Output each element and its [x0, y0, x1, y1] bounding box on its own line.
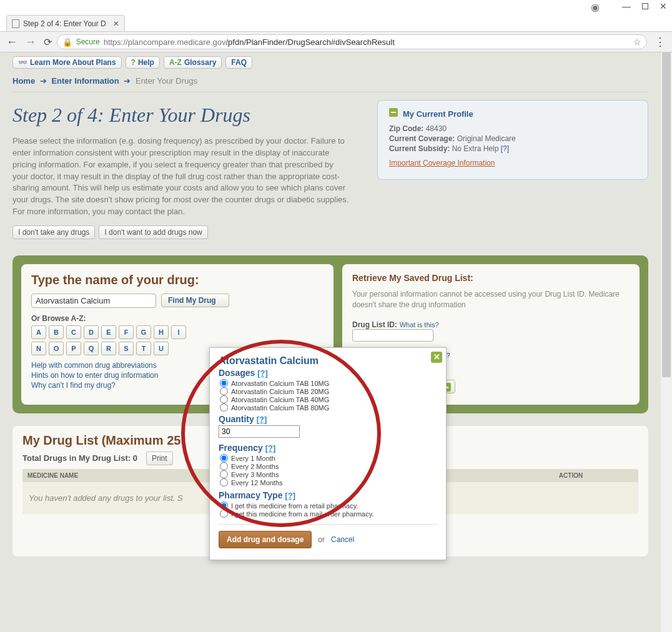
drug-list-id-label: Drug List ID: — [352, 320, 397, 329]
drug-name-input[interactable] — [31, 294, 156, 308]
no-drugs-button[interactable]: I don't take any drugs — [12, 225, 95, 239]
profile-heading: My Current Profile — [403, 109, 473, 119]
browser-menu-icon[interactable]: ⋮ — [652, 35, 668, 49]
az-letter-a[interactable]: A — [31, 325, 46, 339]
quantity-heading: Quantity — [219, 414, 254, 424]
account-icon[interactable]: ◉ — [591, 1, 600, 13]
az-letter-o[interactable]: O — [49, 342, 64, 355]
print-button[interactable]: Print — [146, 452, 173, 465]
url-text: https://plancompare.medicare.gov/pfdn/Pl… — [104, 37, 395, 47]
az-letter-c[interactable]: C — [66, 325, 81, 339]
az-letter-f[interactable]: F — [119, 325, 134, 339]
frequency-help-icon[interactable]: [?] — [265, 443, 276, 453]
drug-search-heading: Type the name of your drug: — [31, 273, 324, 287]
az-letter-q[interactable]: Q — [84, 342, 99, 355]
az-letter-s[interactable]: S — [119, 342, 134, 355]
quantity-input[interactable] — [219, 425, 300, 438]
frequency-option[interactable]: Every 12 Months — [220, 478, 437, 486]
frequency-radio[interactable] — [220, 470, 228, 478]
breadcrumb-current: Enter Your Drugs — [136, 76, 197, 86]
az-letter-p[interactable]: P — [66, 342, 81, 355]
dosage-option[interactable]: Atorvastatin Calcium TAB 80MG — [220, 403, 437, 412]
browser-tab[interactable]: Step 2 of 4: Enter Your D ✕ — [6, 15, 125, 31]
drug-list-id-input[interactable] — [352, 329, 433, 342]
vertical-scrollbar[interactable] — [661, 52, 672, 632]
find-my-drug-button[interactable]: Find My Drug — [161, 294, 229, 307]
nav-glossary[interactable]: A-ZGlossary — [164, 56, 222, 69]
minimize-icon[interactable]: — — [622, 1, 631, 11]
az-letter-e[interactable]: E — [101, 325, 116, 339]
frequency-radio[interactable] — [220, 462, 228, 470]
dosage-radio[interactable] — [220, 395, 228, 403]
az-letter-r[interactable]: R — [101, 342, 116, 355]
browse-az-label: Or Browse A-Z: — [31, 314, 324, 323]
page-title: Step 2 of 4: Enter Your Drugs — [12, 100, 362, 136]
page-icon — [12, 19, 19, 28]
my-profile-panel: My Current Profile Zip Code: 48430 Curre… — [377, 100, 648, 180]
frequency-radio[interactable] — [220, 478, 228, 486]
az-letter-b[interactable]: B — [49, 325, 64, 339]
drug-dosage-dialog: ✕ Atorvastatin Calcium Dosages [?] Atorv… — [209, 347, 447, 560]
address-bar[interactable]: 🔒 Secure https://plancompare.medicare.go… — [57, 34, 647, 49]
cancel-link[interactable]: Cancel — [331, 535, 354, 544]
nav-learn-more[interactable]: 👓Learn More About Plans — [12, 56, 122, 69]
az-letter-n[interactable]: N — [31, 342, 46, 355]
dosage-option[interactable]: Atorvastatin Calcium TAB 20MG — [220, 387, 437, 395]
breadcrumb-enter-info[interactable]: Enter Information — [51, 76, 119, 86]
dosages-help-icon[interactable]: [?] — [257, 368, 268, 378]
breadcrumb: Home ➔ Enter Information ➔ Enter Your Dr… — [12, 71, 648, 92]
dosage-radio[interactable] — [220, 387, 228, 395]
frequency-radio[interactable] — [220, 454, 228, 462]
back-icon[interactable]: ← — [6, 36, 17, 48]
dosages-heading: Dosages — [219, 368, 255, 378]
az-letter-h[interactable]: H — [154, 325, 169, 339]
close-window-icon[interactable]: ✕ — [660, 1, 667, 11]
az-letter-i[interactable]: I — [171, 325, 186, 339]
dosage-option[interactable]: Atorvastatin Calcium TAB 10MG — [220, 379, 437, 387]
nav-help[interactable]: ?Help — [126, 56, 160, 69]
close-dialog-icon[interactable]: ✕ — [431, 352, 442, 363]
important-coverage-link[interactable]: Important Coverage Information — [389, 159, 495, 167]
frequency-option[interactable]: Every 3 Months — [220, 470, 437, 478]
col-action: ACTION — [508, 472, 633, 479]
add-drug-button[interactable]: Add drug and dosage — [219, 531, 312, 548]
pharmacy-option[interactable]: I get this medicine from a mail order ph… — [220, 510, 437, 518]
frequency-option[interactable]: Every 1 Month — [220, 454, 437, 462]
breadcrumb-home[interactable]: Home — [12, 76, 35, 86]
az-letter-u[interactable]: U — [154, 342, 169, 355]
subsidy-help-icon[interactable]: [?] — [501, 144, 509, 153]
nav-faq[interactable]: FAQ — [225, 56, 252, 69]
intro-text: Please select the information (e.g. dosi… — [12, 136, 350, 218]
dosage-radio[interactable] — [220, 379, 228, 387]
pharmacy-radio[interactable] — [220, 501, 228, 510]
subsidy-value: No Extra Help — [452, 144, 499, 153]
total-drugs-label: Total Drugs in My Drug List: 0 — [22, 453, 137, 463]
maximize-icon[interactable] — [642, 3, 648, 9]
retrieve-desc: Your personal information cannot be acce… — [352, 289, 630, 311]
pharmacy-option[interactable]: I get this medicine from a retail pharma… — [220, 501, 437, 510]
bookmark-star-icon[interactable]: ☆ — [633, 37, 641, 47]
frequency-option[interactable]: Every 2 Months — [220, 462, 437, 470]
dosage-radio[interactable] — [220, 403, 228, 412]
frequency-heading: Frequency — [219, 443, 263, 453]
skip-drugs-button[interactable]: I don't want to add drugs now — [99, 225, 207, 239]
pharmacy-help-icon[interactable]: [?] — [285, 491, 295, 500]
coverage-value: Original Medicare — [457, 134, 516, 143]
what-is-this-link[interactable]: What is this? — [400, 321, 439, 328]
glasses-icon: 👓 — [18, 58, 27, 67]
az-letter-d[interactable]: D — [84, 325, 99, 339]
quantity-help-icon[interactable]: [?] — [257, 415, 267, 424]
dosage-option[interactable]: Atorvastatin Calcium TAB 40MG — [220, 395, 437, 403]
pharmacy-type-heading: Pharmacy Type — [219, 490, 282, 500]
tab-close-icon[interactable]: ✕ — [113, 19, 119, 28]
pharmacy-radio[interactable] — [220, 510, 228, 518]
forward-icon[interactable]: → — [25, 36, 36, 48]
tab-title: Step 2 of 4: Enter Your D — [23, 19, 109, 28]
help-icon: ? — [131, 58, 136, 67]
or-text: or — [318, 535, 325, 544]
reload-icon[interactable]: ⟳ — [44, 36, 52, 48]
collapse-icon[interactable] — [389, 108, 398, 117]
az-letter-t[interactable]: T — [136, 342, 151, 355]
az-letter-g[interactable]: G — [136, 325, 151, 339]
az-icon: A-Z — [169, 58, 182, 67]
